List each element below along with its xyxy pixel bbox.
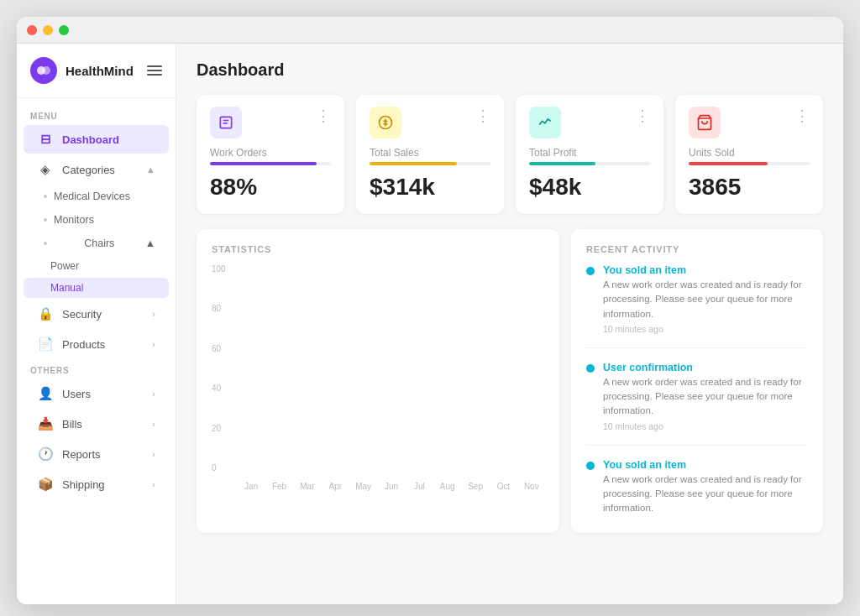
main-content: Dashboard ⋮ Work Orders: [176, 44, 843, 604]
total-sales-value: $314k: [370, 174, 490, 201]
units-sold-progress-fill: [689, 162, 768, 165]
y-label-0: 0: [212, 463, 235, 472]
sidebar-item-products[interactable]: 📄 Products ›: [24, 330, 169, 358]
others-section-label: OTHERS: [17, 359, 176, 378]
x-label-jul: Jul: [406, 482, 432, 491]
sidebar-item-label-shipping: Shipping: [62, 478, 105, 491]
hamburger-button[interactable]: [147, 65, 162, 76]
logo-text: HealthMind: [66, 64, 134, 78]
chevron-right-icon-users: ›: [152, 389, 155, 399]
total-profit-progress-bg: [529, 162, 650, 165]
activity-dot-2: [586, 462, 595, 470]
x-label-aug: Aug: [435, 482, 460, 491]
maximize-dot[interactable]: [59, 25, 69, 35]
work-orders-value: 88%: [210, 174, 331, 201]
sidebar-item-dashboard[interactable]: ⊟ Dashboard: [24, 125, 169, 154]
activity-desc-2: A new work order was created and is read…: [603, 472, 808, 516]
y-label-80: 80: [212, 304, 235, 313]
total-sales-progress-bg: [370, 162, 490, 165]
sidebar-item-label-bills: Bills: [62, 418, 82, 431]
bills-icon: 📥: [37, 416, 54, 431]
chart-bars-container: [239, 264, 544, 472]
document-icon: 📄: [37, 337, 54, 352]
x-label-nov: Nov: [519, 482, 544, 491]
sidebar-item-label-dashboard: Dashboard: [62, 133, 119, 146]
units-sold-more-button[interactable]: ⋮: [794, 107, 810, 125]
sidebar-item-users[interactable]: 👤 Users ›: [24, 379, 169, 408]
activity-content-2: You sold an item A new work order was cr…: [603, 459, 808, 519]
chevron-up-icon: ▲: [146, 164, 155, 175]
shipping-icon: 📦: [37, 477, 54, 492]
sidebar-item-reports[interactable]: 🕐 Reports ›: [24, 440, 169, 468]
activity-desc-1: A new work order was created and is read…: [603, 375, 808, 419]
y-label-100: 100: [212, 264, 235, 274]
activity-title-2[interactable]: You sold an item: [603, 459, 808, 471]
activity-dot-1: [586, 364, 595, 373]
total-profit-label: Total Profit: [529, 147, 650, 159]
page-title: Dashboard: [197, 60, 823, 80]
units-sold-progress-bg: [689, 162, 810, 165]
chevron-up-icon-chairs: ▲: [145, 238, 155, 249]
sidebar-item-security[interactable]: 🔒 Security ›: [24, 300, 169, 328]
total-profit-more-button[interactable]: ⋮: [635, 107, 650, 125]
x-label-may: May: [350, 482, 375, 491]
sidebar-item-label-monitors: Monitors: [54, 214, 94, 226]
activity-time-1: 10 minutes ago: [603, 421, 808, 431]
recent-activity-title: RECENT ACTIVITY: [586, 244, 808, 254]
recent-activity-panel: RECENT ACTIVITY You sold an item A new w…: [571, 229, 823, 533]
activity-title-1[interactable]: User confirmation: [603, 362, 808, 373]
sidebar-item-bills[interactable]: 📥 Bills ›: [24, 410, 169, 438]
reports-icon: 🕐: [37, 446, 54, 462]
close-dot[interactable]: [27, 25, 37, 35]
activity-time-0: 10 minutes ago: [603, 324, 808, 334]
activity-divider-0: [586, 347, 808, 348]
x-label-oct: Oct: [490, 482, 516, 491]
x-label-jun: Jun: [379, 482, 404, 491]
bottom-panels: STATISTICS 100 80 60 40 20 0: [197, 229, 823, 533]
total-profit-icon-wrap: [529, 107, 561, 138]
units-sold-label: Units Sold: [689, 147, 810, 159]
work-orders-progress-bg: [210, 162, 331, 165]
work-orders-icon-wrap: [210, 107, 242, 138]
statistics-panel: STATISTICS 100 80 60 40 20 0: [197, 229, 559, 533]
minimize-dot[interactable]: [43, 25, 53, 35]
y-label-60: 60: [212, 344, 235, 353]
sidebar-item-label-medical-devices: Medical Devices: [54, 191, 130, 202]
sidebar-item-shipping[interactable]: 📦 Shipping ›: [24, 470, 169, 499]
stat-cards-grid: ⋮ Work Orders 88%: [197, 95, 823, 214]
work-orders-more-button[interactable]: ⋮: [316, 107, 331, 125]
sidebar-item-label-users: Users: [62, 388, 91, 400]
sidebar-item-chairs[interactable]: Chairs ▲: [30, 232, 169, 254]
y-label-40: 40: [212, 384, 235, 393]
sidebar-item-manual[interactable]: Manual: [24, 278, 169, 298]
categories-icon: ◈: [37, 162, 54, 177]
sidebar-item-label-categories: Categories: [62, 164, 115, 176]
activity-item-1: User confirmation A new work order was c…: [586, 362, 808, 431]
chevron-right-icon-products: ›: [152, 339, 155, 349]
x-label-sep: Sep: [463, 482, 488, 491]
activity-dot-0: [586, 267, 595, 275]
users-icon: 👤: [37, 386, 54, 401]
y-label-20: 20: [212, 424, 235, 433]
sidebar-item-label-chairs: Chairs: [84, 238, 114, 249]
stat-card-units-sold: ⋮ Units Sold 3865: [675, 95, 823, 214]
activity-divider-1: [586, 445, 808, 446]
activity-title-0[interactable]: You sold an item: [603, 264, 808, 276]
activity-content-0: You sold an item A new work order was cr…: [603, 264, 808, 334]
x-label-feb: Feb: [266, 482, 291, 491]
units-sold-icon-wrap: [689, 107, 721, 138]
activity-desc-0: A new work order was created and is read…: [603, 278, 808, 321]
sidebar: HealthMind MENU ⊟ Dashboard ◈ Categories…: [17, 44, 176, 604]
total-sales-label: Total Sales: [370, 147, 490, 159]
stat-card-work-orders: ⋮ Work Orders 88%: [197, 95, 344, 214]
sidebar-item-medical-devices[interactable]: Medical Devices: [30, 185, 169, 207]
total-sales-icon-wrap: [370, 107, 401, 138]
activity-item-2: You sold an item A new work order was cr…: [586, 459, 808, 519]
sidebar-item-power[interactable]: Power: [24, 256, 169, 276]
total-sales-more-button[interactable]: ⋮: [475, 107, 490, 125]
sidebar-item-monitors[interactable]: Monitors: [30, 209, 169, 231]
activity-list: You sold an item A new work order was cr…: [586, 264, 808, 518]
logo-icon: [30, 57, 57, 84]
dashboard-icon: ⊟: [37, 132, 54, 147]
sidebar-item-categories[interactable]: ◈ Categories ▲: [24, 155, 169, 184]
